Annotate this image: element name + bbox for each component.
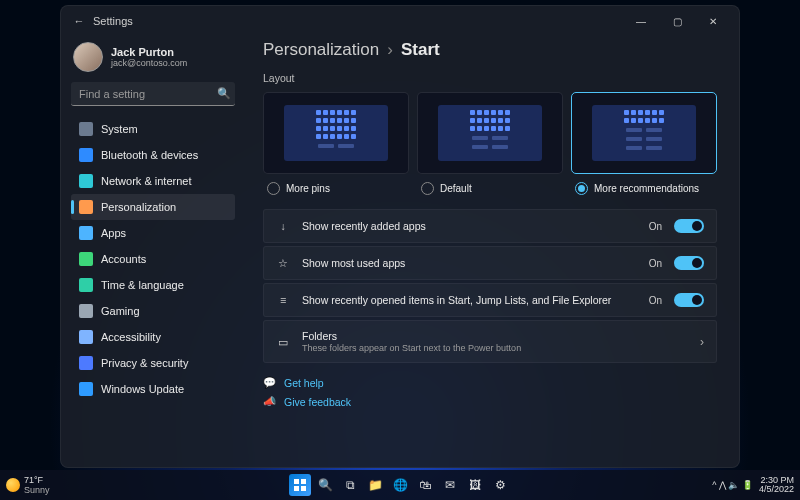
- get-help-link[interactable]: 💬Get help: [263, 373, 717, 392]
- breadcrumb-parent[interactable]: Personalization: [263, 40, 379, 60]
- sidebar: Jack Purton jack@contoso.com 🔍 SystemBlu…: [61, 36, 241, 467]
- layout-card-more-pins[interactable]: [263, 92, 409, 174]
- help-links: 💬Get help 📣Give feedback: [263, 373, 717, 411]
- radio-label: More pins: [286, 183, 330, 194]
- search-input[interactable]: [79, 88, 217, 100]
- sidebar-item-time-language[interactable]: Time & language: [71, 272, 235, 298]
- nav-icon: [79, 200, 93, 214]
- row-sublabel: These folders appear on Start next to th…: [302, 343, 688, 353]
- svg-rect-1: [301, 479, 306, 484]
- user-email: jack@contoso.com: [111, 58, 187, 68]
- nav-icon: [79, 252, 93, 266]
- sidebar-item-label: Bluetooth & devices: [101, 149, 198, 161]
- chevron-right-icon: ›: [387, 40, 393, 60]
- profile-card[interactable]: Jack Purton jack@contoso.com: [71, 36, 235, 82]
- toggle-state: On: [649, 295, 662, 306]
- setting-row-3[interactable]: ▭FoldersThese folders appear on Start ne…: [263, 320, 717, 363]
- tray-icons[interactable]: ^ ⋀ 🔈 🔋: [712, 480, 753, 490]
- taskbar-tray[interactable]: ^ ⋀ 🔈 🔋 2:30 PM 4/5/2022: [712, 476, 794, 495]
- taskbar-mail-icon[interactable]: ✉: [439, 474, 461, 496]
- taskbar-explorer-icon[interactable]: 📁: [364, 474, 386, 496]
- chevron-right-icon: ›: [700, 335, 704, 349]
- settings-window: ← Settings — ▢ ✕ Jack Purton jack@contos…: [60, 5, 740, 468]
- row-icon: ≡: [276, 294, 290, 306]
- sidebar-item-apps[interactable]: Apps: [71, 220, 235, 246]
- nav-icon: [79, 122, 93, 136]
- radio-circle-icon: [575, 182, 588, 195]
- sidebar-item-accessibility[interactable]: Accessibility: [71, 324, 235, 350]
- sidebar-item-gaming[interactable]: Gaming: [71, 298, 235, 324]
- sidebar-item-system[interactable]: System: [71, 116, 235, 142]
- sidebar-item-label: Time & language: [101, 279, 184, 291]
- taskbar-search-icon[interactable]: 🔍: [314, 474, 336, 496]
- nav-icon: [79, 226, 93, 240]
- setting-row-2: ≡Show recently opened items in Start, Ju…: [263, 283, 717, 317]
- search-icon: 🔍: [217, 87, 231, 100]
- row-label: Show recently added apps: [302, 220, 637, 232]
- titlebar: ← Settings — ▢ ✕: [61, 6, 739, 36]
- user-name: Jack Purton: [111, 46, 187, 58]
- nav-icon: [79, 382, 93, 396]
- search-box[interactable]: 🔍: [71, 82, 235, 106]
- svg-rect-3: [301, 486, 306, 491]
- sidebar-item-windows-update[interactable]: Windows Update: [71, 376, 235, 402]
- nav-icon: [79, 304, 93, 318]
- nav-icon: [79, 174, 93, 188]
- setting-row-1: ☆Show most used appsOn: [263, 246, 717, 280]
- row-icon: ☆: [276, 257, 290, 269]
- sidebar-item-network-internet[interactable]: Network & internet: [71, 168, 235, 194]
- row-label: Folders: [302, 330, 688, 342]
- layout-card-more-rec[interactable]: [571, 92, 717, 174]
- sidebar-item-label: Accessibility: [101, 331, 161, 343]
- taskbar-weather[interactable]: 71°F Sunny: [6, 475, 50, 495]
- back-button[interactable]: ←: [69, 15, 89, 27]
- taskbar-store-icon[interactable]: 🛍: [414, 474, 436, 496]
- radio-more-rec[interactable]: More recommendations: [571, 182, 717, 195]
- content-pane: Personalization › Start Layout More pins…: [241, 36, 739, 467]
- feedback-link[interactable]: 📣Give feedback: [263, 392, 717, 411]
- taskbar-edge-icon[interactable]: 🌐: [389, 474, 411, 496]
- maximize-button[interactable]: ▢: [659, 16, 695, 27]
- taskbar-photos-icon[interactable]: 🖼: [464, 474, 486, 496]
- close-button[interactable]: ✕: [695, 16, 731, 27]
- toggle-switch[interactable]: [674, 256, 704, 270]
- taskbar-clock[interactable]: 2:30 PM 4/5/2022: [759, 476, 794, 495]
- taskbar: 71°F Sunny 🔍 ⧉ 📁 🌐 🛍 ✉ 🖼 ⚙ ^ ⋀ 🔈 🔋 2:30 …: [0, 470, 800, 500]
- sidebar-item-label: Accounts: [101, 253, 146, 265]
- layout-card-default[interactable]: [417, 92, 563, 174]
- toggle-state: On: [649, 258, 662, 269]
- toggle-switch[interactable]: [674, 293, 704, 307]
- sidebar-item-privacy-security[interactable]: Privacy & security: [71, 350, 235, 376]
- taskbar-weather-text: Sunny: [24, 485, 50, 495]
- sidebar-item-bluetooth-devices[interactable]: Bluetooth & devices: [71, 142, 235, 168]
- section-label-layout: Layout: [263, 72, 717, 84]
- nav-icon: [79, 278, 93, 292]
- radio-label: Default: [440, 183, 472, 194]
- taskbar-taskview-icon[interactable]: ⧉: [339, 474, 361, 496]
- sidebar-item-label: Windows Update: [101, 383, 184, 395]
- taskbar-settings-icon[interactable]: ⚙: [489, 474, 511, 496]
- nav-icon: [79, 330, 93, 344]
- row-label: Show most used apps: [302, 257, 637, 269]
- radio-circle-icon: [421, 182, 434, 195]
- toggle-state: On: [649, 221, 662, 232]
- sidebar-item-personalization[interactable]: Personalization: [71, 194, 235, 220]
- layout-radio-group: More pinsDefaultMore recommendations: [263, 182, 717, 195]
- sidebar-item-accounts[interactable]: Accounts: [71, 246, 235, 272]
- radio-label: More recommendations: [594, 183, 699, 194]
- minimize-button[interactable]: —: [623, 16, 659, 27]
- radio-default[interactable]: Default: [417, 182, 563, 195]
- setting-row-0: ↓Show recently added appsOn: [263, 209, 717, 243]
- sidebar-item-label: Gaming: [101, 305, 140, 317]
- toggle-switch[interactable]: [674, 219, 704, 233]
- svg-rect-0: [294, 479, 299, 484]
- radio-more-pins[interactable]: More pins: [263, 182, 409, 195]
- row-icon: ↓: [276, 220, 290, 232]
- start-button[interactable]: [289, 474, 311, 496]
- window-title: Settings: [93, 15, 623, 27]
- sidebar-item-label: Privacy & security: [101, 357, 188, 369]
- nav-icon: [79, 356, 93, 370]
- taskbar-center: 🔍 ⧉ 📁 🌐 🛍 ✉ 🖼 ⚙: [289, 474, 511, 496]
- svg-rect-2: [294, 486, 299, 491]
- feedback-icon: 📣: [263, 395, 276, 408]
